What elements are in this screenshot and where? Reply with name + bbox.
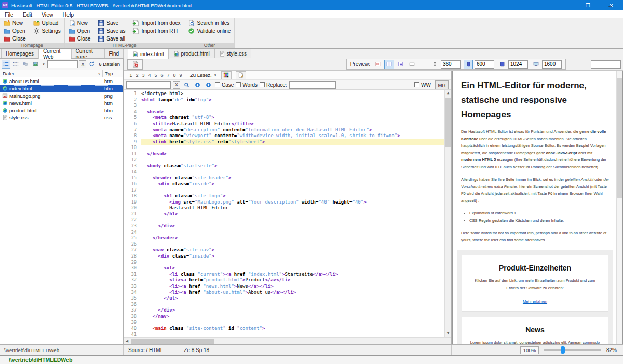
bookmark-dropdown[interactable]: Zu Lesez. ▼ — [190, 72, 217, 78]
left-tab-current-web[interactable]: Current Web — [38, 49, 71, 59]
toolbar-right-input[interactable] — [591, 60, 621, 69]
menu-item-file[interactable]: File — [0, 11, 18, 18]
case-option[interactable]: Case — [215, 82, 234, 88]
preview-width-input-600[interactable] — [475, 60, 494, 69]
code-line-1[interactable]: 1<!doctype html> — [124, 91, 451, 97]
left-tab-homepages[interactable]: Homepages — [1, 49, 38, 58]
file-row-about-us-html[interactable]: about-us.html htm — [0, 77, 123, 85]
minimize-button[interactable]: – — [553, 0, 576, 10]
editor-vertical-scrollbar[interactable]: ▲ ▼ — [444, 90, 451, 337]
scroll-up-icon[interactable]: ▲ — [445, 90, 451, 97]
code-line-9[interactable]: 9 <link href="style.css" rel="stylesheet… — [124, 139, 451, 145]
code-line-6[interactable]: 6 <title>Hastasoft HTML Editor</title> — [124, 121, 451, 127]
find-prev-button[interactable] — [204, 80, 213, 89]
device-phone-m-button[interactable] — [464, 60, 473, 69]
code-line-38[interactable]: 38 </nav> — [124, 314, 451, 320]
word-wrap-checkbox[interactable] — [414, 82, 419, 87]
code-line-31[interactable]: 31 <li class="current"><a href="index.ht… — [124, 272, 451, 278]
maximize-button[interactable]: ❐ — [576, 0, 600, 10]
ribbon-button-close[interactable]: Close — [1, 35, 29, 43]
view-dropdown-arrow-icon[interactable]: ▼ — [41, 63, 46, 66]
code-line-4[interactable]: 4 <head> — [124, 109, 451, 115]
color-palette-button[interactable] — [221, 71, 232, 79]
code-line-16[interactable]: 16 <div class="inside"> — [124, 181, 451, 187]
file-row-mainlogo-png[interactable]: MainLogo.png png — [0, 92, 123, 99]
bookmark-5[interactable]: 5 — [153, 73, 159, 78]
find-input[interactable] — [126, 81, 171, 89]
clear-filter-button[interactable]: X — [79, 60, 86, 68]
code-line-40[interactable]: 40 <main class="site-content" id="conten… — [124, 326, 451, 332]
code-line-30[interactable]: 30 <ul> — [124, 265, 451, 272]
code-line-27[interactable]: 27 <nav class="site-nav"> — [124, 247, 451, 253]
preview-mode-split-h-button[interactable] — [407, 60, 417, 69]
code-line-23[interactable]: 23 </div> — [124, 223, 451, 230]
code-line-3[interactable]: 3 — [124, 103, 451, 109]
bookmark-1[interactable]: 1 — [128, 73, 134, 78]
device-phone-s-button[interactable] — [430, 60, 439, 69]
ribbon-button-import-from-docx[interactable]: Import from docx — [130, 19, 183, 27]
ribbon-button-search-in-files[interactable]: Search in files — [185, 19, 233, 27]
device-monitor-button[interactable] — [531, 60, 540, 69]
code-line-37[interactable]: 37 </div> — [124, 307, 451, 314]
tiles-view-button[interactable] — [21, 60, 30, 69]
code-line-18[interactable]: 18 <h1 class="site-logo"> — [124, 193, 451, 199]
replace-option[interactable]: Replace: — [260, 82, 287, 88]
preview-mode-split-q-button[interactable] — [396, 60, 405, 69]
left-tab-find[interactable]: Find — [104, 49, 124, 58]
bookmark-2[interactable]: 2 — [134, 73, 140, 78]
code-line-20[interactable]: 20 Hastasoft HTML-Editor — [124, 205, 451, 211]
editor-tab-style-css[interactable]: style.css — [214, 49, 251, 58]
file-row-index-html[interactable]: index.html htm — [0, 85, 123, 92]
case-checkbox[interactable] — [215, 82, 220, 87]
scrollbar-thumb[interactable] — [445, 98, 451, 147]
code-line-5[interactable]: 5 <meta charset="utf-8"> — [124, 115, 451, 121]
slider-track[interactable] — [544, 349, 601, 351]
ribbon-button-validate-online[interactable]: Validate online — [185, 27, 233, 35]
code-line-34[interactable]: 34 <li><a href="about-us.html">About us<… — [124, 290, 451, 296]
code-line-21[interactable]: 21 </h1> — [124, 211, 451, 218]
code-line-33[interactable]: 33 <li><a href="news.html">News</a></li> — [124, 284, 451, 290]
details-view-button[interactable] — [11, 60, 20, 69]
preview-width-input-1024[interactable] — [508, 60, 528, 69]
code-line-17[interactable]: 17 — [124, 187, 451, 194]
code-line-39[interactable]: 39 — [124, 320, 451, 326]
card-link[interactable]: Mehr erfahren — [523, 299, 547, 304]
editor-tab-index-html[interactable]: index.html — [128, 49, 169, 59]
code-line-12[interactable]: 12 — [124, 157, 451, 164]
close-page-button[interactable] — [127, 59, 143, 70]
editor-tab-product-html[interactable]: product.html — [169, 49, 214, 58]
ribbon-button-new[interactable]: New — [66, 19, 93, 27]
code-line-26[interactable]: 26 — [124, 241, 451, 248]
bookmark-3[interactable]: 3 — [140, 73, 146, 78]
menu-item-view[interactable]: View — [37, 11, 58, 18]
replace-checkbox[interactable] — [260, 82, 265, 87]
left-tab-current-page[interactable]: Current page — [71, 49, 104, 58]
ribbon-button-save[interactable]: Save — [95, 19, 128, 27]
code-line-19[interactable]: 19 <img src="MainLogo.png" alt="Your des… — [124, 199, 451, 206]
file-row-style-css[interactable]: style.css css — [0, 114, 123, 121]
ribbon-collapse-button[interactable]: – — [608, 3, 612, 9]
code-editor[interactable]: 1<!doctype html> 2<html lang="de" id="to… — [124, 90, 451, 337]
macro-record-button[interactable]: MR — [435, 80, 449, 89]
preview-width-input-360[interactable] — [441, 60, 461, 69]
refresh-button[interactable] — [87, 60, 96, 69]
code-line-29[interactable]: 29 — [124, 260, 451, 266]
code-line-7[interactable]: 7 <meta name="description" content="Info… — [124, 127, 451, 133]
clear-search-button[interactable]: X — [173, 81, 180, 89]
file-row-product-html[interactable]: product.html htm — [0, 106, 123, 114]
code-line-25[interactable]: 25 </header> — [124, 235, 451, 241]
preview-mode-preview-close-button[interactable] — [373, 60, 383, 69]
file-filter-input[interactable] — [47, 60, 78, 68]
bookmark-6[interactable]: 6 — [159, 73, 165, 78]
slider-thumb[interactable] — [561, 346, 565, 354]
code-line-10[interactable]: 10 — [124, 145, 451, 151]
ribbon-button-save-as[interactable]: Save as — [95, 27, 128, 35]
code-line-35[interactable]: 35 </ul> — [124, 295, 451, 302]
ribbon-button-close[interactable]: Close — [66, 35, 93, 43]
code-line-32[interactable]: 32 <li><a href="product.html">Product</a… — [124, 277, 451, 284]
zoom-reset-button[interactable]: 100% — [520, 346, 539, 354]
scroll-down-icon[interactable]: ▼ — [445, 330, 451, 337]
bookmark-4[interactable]: 4 — [146, 73, 153, 78]
ribbon-button-open[interactable]: Open — [66, 27, 93, 35]
column-header-name[interactable]: Datei v — [0, 71, 102, 76]
